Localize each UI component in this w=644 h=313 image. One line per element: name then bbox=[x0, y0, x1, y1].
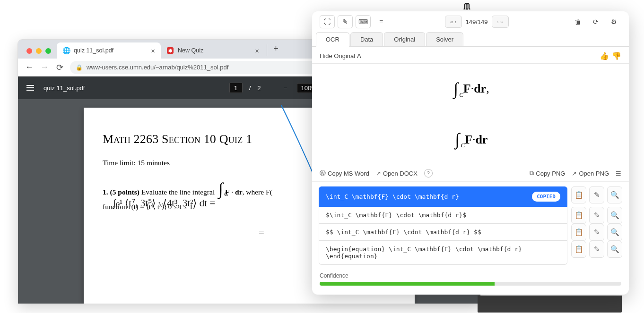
forward-button[interactable]: → bbox=[40, 62, 49, 72]
lines-icon[interactable]: ≡ bbox=[374, 15, 389, 28]
thumbs-down-button[interactable]: 👎 bbox=[612, 51, 621, 60]
copy-icon: ⧉ bbox=[530, 169, 534, 177]
tab-title: New Quiz bbox=[178, 47, 203, 54]
equation-rendered: ∫C F · dr bbox=[312, 114, 629, 165]
handwriting-2: = bbox=[259, 227, 264, 238]
search-button[interactable]: 🔍 bbox=[607, 207, 622, 224]
export-actions: ⓌCopy MS Word ↗Open DOCX ? ⧉Copy PNG ↗Op… bbox=[312, 165, 629, 182]
trash-icon[interactable]: 🗑 bbox=[570, 15, 585, 28]
copy-msword-button[interactable]: ⓌCopy MS Word bbox=[320, 169, 369, 178]
hide-original-toggle[interactable]: Hide Original ᐱ bbox=[320, 52, 361, 59]
search-button[interactable]: 🔍 bbox=[607, 241, 622, 258]
close-icon[interactable]: × bbox=[255, 47, 259, 55]
tab-pdf[interactable]: 🌐 quiz 11_sol.pdf × bbox=[57, 42, 161, 59]
menu-icon[interactable] bbox=[26, 85, 34, 91]
page-current-input[interactable]: 1 bbox=[229, 83, 243, 93]
equation-preview: ∫C F · dr, ∫C F · dr bbox=[312, 63, 629, 165]
globe-icon: 🌐 bbox=[62, 47, 70, 54]
tab-ocr[interactable]: OCR bbox=[316, 32, 349, 47]
app-icon: ✽ bbox=[167, 47, 174, 54]
copy-button[interactable]: 📋 bbox=[571, 186, 586, 203]
open-png-button[interactable]: ↗Open PNG bbox=[572, 170, 609, 177]
pager-position: 149/149 bbox=[466, 18, 488, 25]
confidence-label: Confidence bbox=[320, 272, 621, 279]
reload-button[interactable]: ⟳ bbox=[55, 62, 64, 73]
help-icon[interactable]: ? bbox=[424, 169, 433, 178]
window-zoom[interactable] bbox=[45, 48, 51, 54]
edit-button[interactable]: ✎ bbox=[589, 224, 604, 241]
settings-sliders-icon[interactable]: ☰ bbox=[616, 170, 621, 177]
page-shadow bbox=[478, 296, 622, 313]
external-link-icon: ↗ bbox=[376, 170, 381, 177]
pdf-filename: quiz 11_sol.pdf bbox=[44, 85, 85, 92]
gear-icon[interactable]: ⚙ bbox=[606, 15, 621, 28]
confidence-section: Confidence bbox=[312, 270, 629, 291]
window-controls bbox=[22, 48, 57, 59]
refresh-icon[interactable]: ⟳ bbox=[588, 15, 603, 28]
latex-results: \int_C \mathbf{F} \cdot \mathbf{d r} COP… bbox=[312, 182, 629, 270]
window-close[interactable] bbox=[26, 48, 32, 54]
ocr-panel: ᙢ ⛶ ✎ ⌨ ≡ « ‹ 149/149 › » 🗑 ⟳ ⚙ OCR Data… bbox=[312, 11, 629, 295]
url-text: www-users.cse.umn.edu/~arnab/quiz%2011_s… bbox=[87, 64, 228, 71]
draw-icon[interactable]: ✎ bbox=[338, 15, 353, 28]
tab-newquiz[interactable]: ✽ New Quiz × bbox=[161, 42, 265, 59]
app-brand-icon: ᙢ bbox=[463, 2, 470, 12]
edit-button[interactable]: ✎ bbox=[589, 207, 604, 224]
panel-toolbar: ⛶ ✎ ⌨ ≡ « ‹ 149/149 › » 🗑 ⟳ ⚙ bbox=[312, 11, 629, 32]
external-link-icon: ↗ bbox=[572, 170, 577, 177]
window-minimize[interactable] bbox=[36, 48, 42, 54]
word-icon: Ⓦ bbox=[320, 169, 326, 178]
result-latex-display[interactable]: $$ \int_C \mathbf{F} \cdot \mathbf{d r} … bbox=[319, 224, 567, 241]
pager-first[interactable]: « ‹ bbox=[445, 16, 462, 28]
back-button[interactable]: ← bbox=[25, 62, 34, 72]
result-latex-inline[interactable]: $\int_C \mathbf{F} \cdot \mathbf{d r}$ bbox=[319, 207, 567, 224]
lock-icon: 🔒 bbox=[76, 64, 83, 71]
thumbs-up-button[interactable]: 👍 bbox=[600, 51, 609, 60]
open-docx-button[interactable]: ↗Open DOCX bbox=[376, 170, 418, 177]
edit-button[interactable]: ✎ bbox=[589, 186, 604, 203]
copy-button[interactable]: 📋 bbox=[571, 224, 586, 241]
tab-solver[interactable]: Solver bbox=[426, 32, 463, 47]
panel-tabs: OCR Data Original Solver bbox=[312, 32, 629, 47]
result-latex-raw[interactable]: \int_C \mathbf{F} \cdot \mathbf{d r} COP… bbox=[319, 186, 567, 207]
result-latex-equation[interactable]: \begin{equation} \int_C \mathbf{F} \cdot… bbox=[319, 241, 567, 265]
zoom-out-button[interactable]: − bbox=[281, 85, 290, 92]
search-button[interactable]: 🔍 bbox=[607, 224, 622, 241]
copy-button[interactable]: 📋 bbox=[571, 241, 586, 258]
search-button[interactable]: 🔍 bbox=[607, 186, 622, 203]
keyboard-icon[interactable]: ⌨ bbox=[356, 15, 371, 28]
page-sep: / bbox=[249, 85, 251, 92]
copy-button[interactable]: 📋 bbox=[571, 207, 586, 224]
tab-title: quiz 11_sol.pdf bbox=[74, 47, 113, 54]
history-pager: « ‹ 149/149 › » bbox=[445, 16, 509, 28]
edit-button[interactable]: ✎ bbox=[589, 241, 604, 258]
crop-icon[interactable]: ⛶ bbox=[320, 15, 335, 28]
close-icon[interactable]: × bbox=[151, 47, 155, 55]
page-total: 2 bbox=[257, 85, 261, 92]
handwriting: ∫₀¹ ⟨t⁷, 3t⁵⟩ · ⟨4t³, 3t²⟩ dt = bbox=[113, 197, 215, 209]
confidence-bar bbox=[320, 282, 621, 286]
tab-data[interactable]: Data bbox=[350, 32, 383, 47]
new-tab-button[interactable]: + bbox=[267, 44, 281, 56]
copied-badge: COPIED bbox=[532, 192, 560, 202]
pager-last[interactable]: › » bbox=[492, 16, 509, 28]
copy-png-button[interactable]: ⧉Copy PNG bbox=[530, 169, 565, 177]
tab-original[interactable]: Original bbox=[384, 32, 425, 47]
equation-original: ∫C F · dr, bbox=[312, 63, 629, 114]
chevron-up-icon: ᐱ bbox=[357, 52, 361, 59]
